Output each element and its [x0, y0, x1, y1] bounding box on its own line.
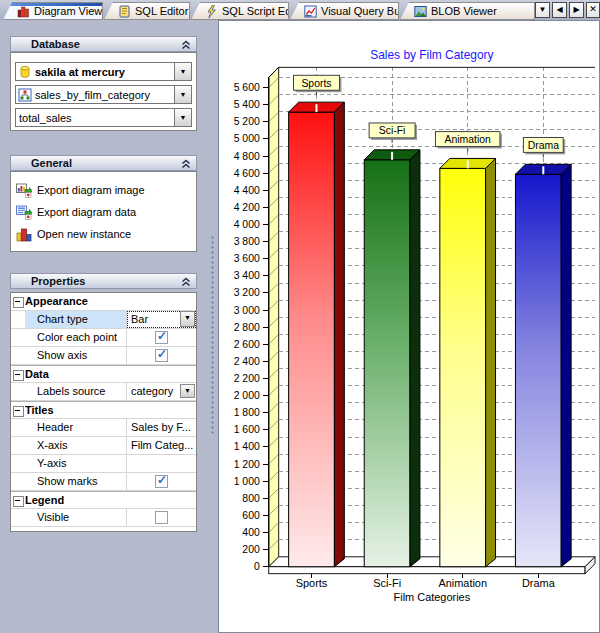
blob-viewer-icon — [414, 5, 427, 18]
svg-text:Sports: Sports — [301, 78, 331, 89]
collapse-minus-icon[interactable] — [13, 406, 24, 417]
chart-type-dropdown[interactable]: Bar ▼ — [127, 311, 196, 328]
labels-source-dropdown[interactable]: category ▼ — [127, 383, 196, 400]
connection-combobox[interactable]: sakila at mercury ▼ — [15, 62, 192, 81]
property-row-visible[interactable]: Visible — [11, 509, 196, 527]
properties-section-header[interactable]: Properties — [10, 273, 197, 289]
open-new-instance-action[interactable]: Open new instance — [16, 225, 131, 242]
show-marks-checkbox[interactable] — [155, 475, 168, 488]
tab-list-dropdown-button[interactable]: ▼ — [535, 2, 550, 18]
svg-text:2 400: 2 400 — [234, 356, 260, 367]
sidebar-splitter[interactable] — [206, 20, 218, 633]
diagram-canvas: 02004006008001 0001 2001 4001 6001 8002 … — [218, 20, 600, 633]
collapse-minus-icon[interactable] — [13, 370, 24, 381]
action-label: Open new instance — [37, 228, 131, 240]
export-diagram-data-action[interactable]: Export diagram data — [16, 203, 136, 220]
show-axis-checkbox[interactable] — [155, 349, 168, 362]
property-group-legend[interactable]: Legend — [11, 491, 196, 509]
svg-text:5 400: 5 400 — [234, 99, 260, 110]
svg-text:Film Categories: Film Categories — [394, 591, 471, 603]
tab-scroll-right-button[interactable]: ▶ — [569, 2, 584, 18]
svg-text:Sales by Film Category: Sales by Film Category — [370, 48, 493, 62]
group-label: Titles — [25, 402, 196, 418]
new-instance-icon — [16, 226, 32, 242]
property-group-data[interactable]: Data — [11, 365, 196, 383]
diagram-viewer-window: Diagram Viewer SQL Editor: ... SQL Scrip… — [0, 0, 600, 633]
property-row-labels-source[interactable]: Labels source category ▼ — [11, 383, 196, 401]
svg-text:Sci-Fi: Sci-Fi — [379, 125, 406, 136]
svg-text:5 000: 5 000 — [234, 133, 260, 144]
collapse-chevron-icon[interactable] — [181, 159, 191, 169]
y-axis-value-field[interactable] — [127, 455, 196, 472]
object-dropdown-button[interactable]: ▼ — [174, 86, 191, 103]
field-value: total_sales — [16, 112, 174, 124]
property-row-y-axis[interactable]: Y-axis — [11, 455, 196, 473]
property-name: Y-axis — [25, 455, 127, 472]
database-section-header[interactable]: Database — [10, 36, 197, 52]
tab-scroll-left-button[interactable]: ◀ — [552, 2, 567, 18]
object-value: sales_by_film_category — [32, 89, 174, 101]
visual-query-builder-icon — [304, 5, 317, 18]
svg-text:Drama: Drama — [522, 577, 556, 589]
svg-text:2 000: 2 000 — [234, 390, 260, 401]
svg-text:2 600: 2 600 — [234, 339, 260, 350]
connection-dropdown-button[interactable]: ▼ — [174, 63, 191, 80]
dropdown-arrow-button[interactable]: ▼ — [180, 311, 195, 327]
property-row-show-axis[interactable]: Show axis — [11, 347, 196, 365]
header-value-field[interactable]: Sales by F... — [127, 419, 196, 436]
property-row-show-marks[interactable]: Show marks — [11, 473, 196, 491]
diagram-viewer-icon — [17, 5, 30, 18]
tab-visual-query-builder[interactable]: Visual Query Builder — [290, 2, 399, 20]
svg-text:5 600: 5 600 — [234, 82, 260, 93]
tab-sql-editor[interactable]: SQL Editor: ... — [104, 2, 190, 20]
tab-sql-script-editor[interactable]: SQL Script Editor — [191, 2, 289, 20]
svg-text:1 800: 1 800 — [234, 407, 260, 418]
general-panel: Export diagram image Export diagram data — [10, 171, 197, 252]
svg-text:0: 0 — [254, 561, 260, 572]
export-image-icon — [16, 182, 32, 198]
general-section-header[interactable]: General — [10, 155, 197, 171]
tab-label: BLOB Viewer — [431, 5, 497, 17]
property-value: Bar — [131, 313, 148, 325]
property-value: category — [131, 385, 173, 397]
collapse-chevron-icon[interactable] — [181, 277, 191, 287]
svg-text:4 600: 4 600 — [234, 168, 260, 179]
svg-text:4 800: 4 800 — [234, 151, 260, 162]
splitter-grip[interactable] — [210, 235, 215, 435]
legend-visible-checkbox[interactable] — [155, 511, 168, 524]
properties-section-title: Properties — [31, 275, 85, 287]
svg-text:2 800: 2 800 — [234, 322, 260, 333]
property-row-chart-type[interactable]: Chart type Bar ▼ — [11, 311, 196, 329]
tab-bar: Diagram Viewer SQL Editor: ... SQL Scrip… — [0, 0, 600, 20]
property-group-titles[interactable]: Titles — [11, 401, 196, 419]
collapse-minus-icon[interactable] — [13, 297, 24, 308]
tab-diagram-viewer[interactable]: Diagram Viewer — [3, 2, 103, 20]
color-each-point-checkbox[interactable] — [155, 331, 168, 344]
svg-text:4 400: 4 400 — [234, 185, 260, 196]
field-dropdown-button[interactable]: ▼ — [174, 109, 191, 126]
svg-text:Sports: Sports — [296, 577, 328, 589]
tab-label: SQL Editor: ... — [135, 5, 190, 17]
property-group-appearance[interactable]: Appearance — [11, 293, 196, 311]
property-row-header[interactable]: Header Sales by F... — [11, 419, 196, 437]
svg-text:3 600: 3 600 — [234, 253, 260, 264]
property-grid: Appearance Chart type Bar ▼ Color each p… — [10, 292, 197, 532]
database-section-title: Database — [31, 38, 80, 50]
dropdown-arrow-button[interactable]: ▼ — [180, 384, 195, 398]
field-combobox[interactable]: total_sales ▼ — [15, 108, 192, 127]
x-axis-value-field[interactable]: Film Categ... — [127, 437, 196, 454]
svg-text:Animation: Animation — [444, 134, 491, 145]
collapse-chevron-icon[interactable] — [181, 40, 191, 50]
group-label: Data — [25, 366, 196, 382]
object-combobox[interactable]: sales_by_film_category ▼ — [15, 85, 192, 104]
svg-text:3 200: 3 200 — [234, 287, 260, 298]
export-diagram-image-action[interactable]: Export diagram image — [16, 181, 145, 198]
collapse-minus-icon[interactable] — [13, 496, 24, 507]
property-row-x-axis[interactable]: X-axis Film Categ... — [11, 437, 196, 455]
action-label: Export diagram data — [37, 206, 136, 218]
svg-text:1 000: 1 000 — [234, 476, 260, 487]
tab-close-button[interactable]: ✕ — [586, 2, 600, 18]
svg-text:1 600: 1 600 — [234, 424, 260, 435]
property-row-color-each-point[interactable]: Color each point — [11, 329, 196, 347]
tab-blob-viewer[interactable]: BLOB Viewer — [400, 2, 535, 20]
